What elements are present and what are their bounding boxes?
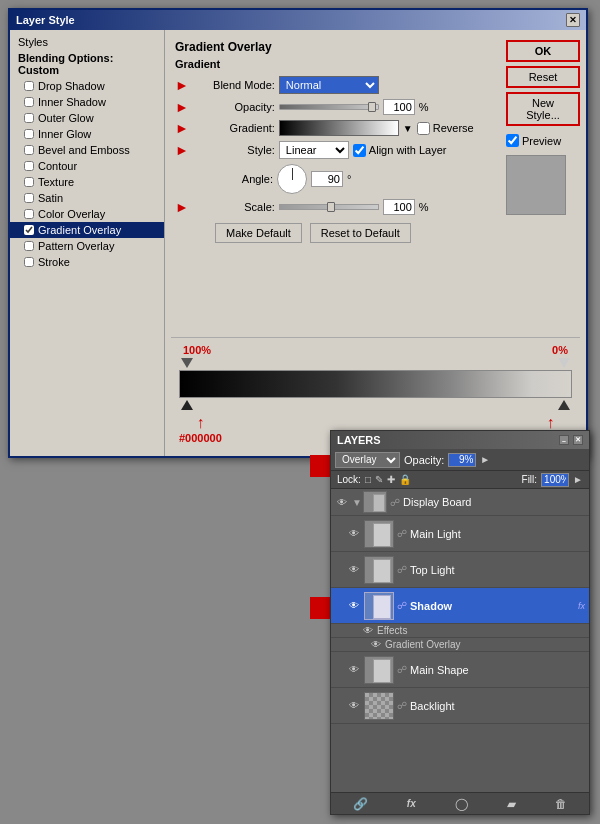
eye-icon[interactable]: 👁: [347, 663, 361, 677]
style-select[interactable]: Linear: [279, 141, 349, 159]
angle-dial[interactable]: [277, 164, 307, 194]
layers-close-button[interactable]: ✕: [573, 435, 583, 445]
gradient-overlay-checkbox[interactable]: [24, 225, 34, 235]
eye-icon[interactable]: 👁: [347, 699, 361, 713]
layers-opacity-input[interactable]: [448, 453, 476, 467]
align-layer-label[interactable]: Align with Layer: [353, 144, 447, 157]
preview-checkbox[interactable]: [506, 134, 519, 147]
sidebar-item-drop-shadow[interactable]: Drop Shadow: [10, 78, 164, 94]
eye-icon[interactable]: 👁: [347, 563, 361, 577]
reverse-label[interactable]: Reverse: [417, 122, 474, 135]
add-layer-style-icon[interactable]: fx: [407, 798, 416, 809]
opacity-slider-thumb[interactable]: [368, 102, 376, 112]
scale-thumb[interactable]: [327, 202, 335, 212]
layer-row[interactable]: 👁 ☍ Shadow fx: [331, 588, 589, 624]
stroke-checkbox[interactable]: [24, 257, 34, 267]
ok-button[interactable]: OK: [506, 40, 580, 62]
texture-checkbox[interactable]: [24, 177, 34, 187]
align-layer-text: Align with Layer: [369, 144, 447, 156]
scale-unit: %: [419, 201, 429, 213]
eye-icon[interactable]: 👁: [347, 527, 361, 541]
layers-blend-select[interactable]: Overlay: [335, 452, 400, 468]
delete-layer-icon[interactable]: 🗑: [555, 797, 567, 811]
sidebar-item-gradient-overlay[interactable]: Gradient Overlay: [10, 222, 164, 238]
angle-unit: °: [347, 173, 351, 185]
layer-row[interactable]: 👁 ☍ Backlight: [331, 688, 589, 724]
reset-to-default-button[interactable]: Reset to Default: [310, 223, 411, 243]
sidebar-item-color-overlay[interactable]: Color Overlay: [10, 206, 164, 222]
right-top-stop[interactable]: [558, 358, 570, 368]
dropdown-arrow-icon[interactable]: ▼: [403, 123, 413, 134]
angle-input[interactable]: [311, 171, 343, 187]
lock-lock-icon[interactable]: 🔒: [399, 474, 411, 485]
sidebar-item-texture[interactable]: Texture: [10, 174, 164, 190]
opacity-slider[interactable]: [279, 104, 379, 110]
reset-button[interactable]: Reset: [506, 66, 580, 88]
inner-shadow-checkbox[interactable]: [24, 97, 34, 107]
sidebar-item-contour[interactable]: Contour: [10, 158, 164, 174]
scale-slider[interactable]: [279, 204, 379, 210]
new-style-button[interactable]: New Style...: [506, 92, 580, 126]
link-layers-icon[interactable]: 🔗: [353, 797, 368, 811]
reverse-checkbox[interactable]: [417, 122, 430, 135]
opacity-expand-icon[interactable]: ►: [480, 454, 490, 465]
new-layer-icon[interactable]: ▰: [507, 797, 516, 811]
eye-icon[interactable]: 👁: [363, 625, 373, 636]
drop-shadow-checkbox[interactable]: [24, 81, 34, 91]
preview-row: Preview: [506, 134, 580, 147]
left-bottom-stop[interactable]: [181, 400, 193, 410]
fill-expand-icon[interactable]: ►: [573, 474, 583, 485]
lock-move-icon[interactable]: ✚: [387, 474, 395, 485]
opacity-row: ► Opacity: %: [175, 99, 496, 115]
outer-glow-checkbox[interactable]: [24, 113, 34, 123]
layers-minimize-button[interactable]: –: [559, 435, 569, 445]
section-title: Gradient Overlay: [175, 40, 496, 54]
opacity-input[interactable]: [383, 99, 415, 115]
gradient-bar[interactable]: [179, 370, 572, 398]
gradient-preview[interactable]: [279, 120, 399, 136]
contour-checkbox[interactable]: [24, 161, 34, 171]
layer-thumbnail: [364, 692, 394, 720]
sidebar-item-outer-glow[interactable]: Outer Glow: [10, 110, 164, 126]
scale-arrow-icon: ►: [175, 199, 189, 215]
opacity-arrow-icon: ►: [175, 99, 189, 115]
sidebar-item-inner-shadow[interactable]: Inner Shadow: [10, 94, 164, 110]
color-overlay-checkbox[interactable]: [24, 209, 34, 219]
lock-box-icon[interactable]: □: [365, 474, 371, 485]
sidebar-item-stroke[interactable]: Stroke: [10, 254, 164, 270]
layers-fill-input[interactable]: [541, 473, 569, 487]
align-layer-checkbox[interactable]: [353, 144, 366, 157]
sidebar-item-satin[interactable]: Satin: [10, 190, 164, 206]
sidebar-item-pattern-overlay[interactable]: Pattern Overlay: [10, 238, 164, 254]
lock-brush-icon[interactable]: ✎: [375, 474, 383, 485]
sidebar-item-bevel-emboss[interactable]: Bevel and Emboss: [10, 142, 164, 158]
layer-row[interactable]: 👁 ☍ Top Light: [331, 552, 589, 588]
sidebar-item-blending[interactable]: Blending Options: Custom: [10, 50, 164, 78]
right-panel: Gradient Overlay Gradient ► Blend Mode: …: [165, 30, 586, 456]
gradient-overlay-fx-row: 👁 Gradient Overlay: [331, 638, 589, 652]
add-mask-icon[interactable]: ◯: [455, 797, 468, 811]
pattern-overlay-checkbox[interactable]: [24, 241, 34, 251]
layer-row[interactable]: 👁 ▼ ☍ Display Board: [331, 489, 589, 516]
right-bottom-stop[interactable]: [558, 400, 570, 410]
sidebar-item-inner-glow[interactable]: Inner Glow: [10, 126, 164, 142]
layer-row[interactable]: 👁 ☍ Main Shape: [331, 652, 589, 688]
eye-icon[interactable]: 👁: [347, 599, 361, 613]
make-default-button[interactable]: Make Default: [215, 223, 302, 243]
blend-mode-select[interactable]: Normal: [279, 76, 379, 94]
drop-shadow-label: Drop Shadow: [38, 80, 105, 92]
expand-icon[interactable]: ▼: [352, 497, 360, 508]
close-button[interactable]: ✕: [566, 13, 580, 27]
layer-row[interactable]: 👁 ☍ Main Light: [331, 516, 589, 552]
satin-checkbox[interactable]: [24, 193, 34, 203]
style-arrow-icon: ►: [175, 142, 189, 158]
color-overlay-label: Color Overlay: [38, 208, 105, 220]
inner-glow-checkbox[interactable]: [24, 129, 34, 139]
left-top-stop[interactable]: [181, 358, 193, 368]
scale-input[interactable]: [383, 199, 415, 215]
eye-icon[interactable]: 👁: [335, 495, 349, 509]
bevel-emboss-checkbox[interactable]: [24, 145, 34, 155]
pattern-overlay-label: Pattern Overlay: [38, 240, 114, 252]
dialog-title: Layer Style: [16, 14, 75, 26]
eye-icon[interactable]: 👁: [371, 639, 381, 650]
